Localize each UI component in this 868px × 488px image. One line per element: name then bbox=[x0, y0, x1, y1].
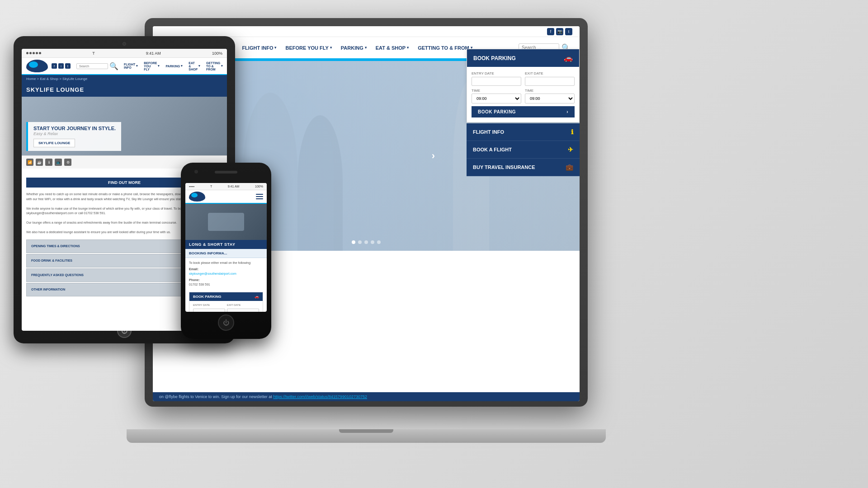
signal-dot-4 bbox=[36, 52, 38, 54]
phone-number-display: 01702 538 591 bbox=[189, 282, 263, 287]
phone-body: ⏻ ••••• T 9:41 AM 100% bbox=[181, 163, 271, 339]
tablet-italic-text: Easy & Relax bbox=[33, 131, 116, 136]
hero-dot-3[interactable] bbox=[364, 240, 368, 244]
tablet-search-icon[interactable]: 🔍 bbox=[109, 62, 118, 70]
hero-dot-1[interactable] bbox=[352, 240, 355, 244]
tablet-nav-before-fly[interactable]: BEFORE YOU FLY ▾ bbox=[142, 60, 161, 72]
quick-link-travel-insurance[interactable]: BUY TRAVEL INSURANCE 💼 bbox=[467, 159, 580, 176]
phone-exit-date-group: EXIT DATE bbox=[227, 304, 259, 312]
phone-power-button[interactable]: ⏻ bbox=[218, 314, 234, 331]
hero-dot-4[interactable] bbox=[371, 240, 374, 244]
phone-entry-date-label: ENTRY DATE bbox=[193, 304, 225, 306]
entry-date-label: ENTRY DATE bbox=[472, 71, 521, 75]
phone: ⏻ ••••• T 9:41 AM 100% bbox=[181, 163, 271, 339]
tablet-logo bbox=[26, 60, 48, 72]
quick-link-flight-info[interactable]: FLIGHT INFO ℹ bbox=[467, 123, 580, 141]
person-silhouette-2 bbox=[297, 115, 343, 251]
book-parking-button[interactable]: BOOK PARKING › bbox=[472, 106, 575, 117]
chevron-icon: ▾ bbox=[330, 46, 332, 50]
chevron-icon: ▾ bbox=[158, 64, 160, 68]
exit-time-select[interactable]: 09:00 10:00 11:00 bbox=[525, 94, 575, 103]
phone-exit-date-label: EXIT DATE bbox=[227, 304, 259, 306]
hamburger-menu-icon[interactable] bbox=[256, 194, 263, 199]
nav-getting-to[interactable]: GETTING TO & FROM ▾ bbox=[415, 43, 475, 52]
nav-parking[interactable]: PARKING ▾ bbox=[338, 43, 369, 52]
scene: f 📷 t FLIGHT INFO ▾ BE bbox=[0, 0, 868, 488]
signal-dot-1 bbox=[26, 52, 28, 54]
phone-section-title: LONG & SHORT STAY bbox=[185, 240, 267, 249]
hero-next-arrow[interactable]: › bbox=[432, 150, 435, 162]
tablet-dot-2[interactable] bbox=[123, 170, 126, 174]
tablet-search: 🔍 bbox=[76, 62, 118, 70]
phone-booking-info-header: BOOKING INFORMA... bbox=[185, 249, 267, 258]
exit-date-group: EXIT DATE bbox=[525, 71, 575, 86]
tablet-nav-flight-info[interactable]: FLIGHT INFO ▾ bbox=[122, 60, 140, 72]
tablet-dot-3[interactable] bbox=[128, 170, 132, 174]
tablet-nav-links: FLIGHT INFO ▾ BEFORE YOU FLY ▾ PARKING ▾ bbox=[122, 60, 225, 72]
tablet-nav: f i t 🔍 FLIGHT INFO ▾ BEF bbox=[22, 58, 227, 75]
phone-camera bbox=[194, 170, 198, 174]
tablet-hero-heading: START YOUR JOURNEY IN STYLE. bbox=[33, 126, 116, 131]
twitter-link[interactable]: https://twitter.com/i/web/status/8415799… bbox=[273, 394, 367, 399]
nav-before-you-fly[interactable]: BEFORE YOU FLY ▾ bbox=[283, 43, 334, 52]
exit-date-input[interactable] bbox=[525, 77, 575, 86]
twitter-icon[interactable]: t bbox=[565, 28, 572, 35]
signal-dot-3 bbox=[33, 52, 35, 54]
phone-status-bar: ••••• T 9:41 AM 100% bbox=[185, 183, 267, 190]
twitter-bar: on @flybe flights to Venice to win. Sign… bbox=[153, 392, 580, 401]
phone-park-title: BOOK PARKING bbox=[193, 295, 222, 299]
hamburger-line-2 bbox=[256, 196, 263, 197]
tablet-battery: 100% bbox=[212, 51, 222, 56]
tablet-search-input[interactable] bbox=[76, 63, 108, 69]
wifi-icon: 📶 bbox=[26, 159, 33, 166]
nav-flight-info[interactable]: FLIGHT INFO ▾ bbox=[239, 43, 279, 52]
phone-nav bbox=[185, 190, 267, 204]
exit-time-label: TIME bbox=[525, 89, 575, 93]
tablet-facebook-icon[interactable]: f bbox=[52, 63, 57, 69]
tablet-skylife-button[interactable]: SKYLIFE LOUNGE bbox=[33, 139, 75, 147]
phone-screen: ••••• T 9:41 AM 100% bbox=[185, 183, 267, 312]
chevron-icon: ▾ bbox=[198, 64, 200, 68]
info-icon: ℹ bbox=[571, 128, 573, 136]
tablet-hero-caption: START YOUR JOURNEY IN STYLE. Easy & Rela… bbox=[26, 122, 121, 151]
entry-time-group: TIME 09:00 10:00 11:00 bbox=[472, 89, 521, 103]
tablet-dot-1[interactable] bbox=[117, 170, 120, 174]
entry-time-select[interactable]: 09:00 10:00 11:00 bbox=[472, 94, 521, 103]
phone-entry-date-input[interactable] bbox=[193, 309, 225, 312]
tablet-signal-dots bbox=[26, 52, 41, 54]
chevron-icon: ▾ bbox=[221, 64, 223, 68]
entry-date-input[interactable] bbox=[472, 77, 521, 86]
book-parking-title: BOOK PARKING bbox=[473, 55, 516, 61]
time-row: TIME 09:00 10:00 11:00 TIME bbox=[472, 89, 575, 103]
entry-date-group: ENTRY DATE bbox=[472, 71, 521, 86]
instagram-icon[interactable]: 📷 bbox=[556, 28, 563, 35]
nav-eat-shop[interactable]: EAT & SHOP ▾ bbox=[373, 43, 411, 52]
hero-dot-5[interactable] bbox=[377, 240, 381, 244]
phone-hero-image bbox=[185, 204, 267, 240]
quick-links: FLIGHT INFO ℹ BOOK A FLIGHT ✈ BUY TRAVEL… bbox=[467, 123, 580, 176]
chevron-icon: ▾ bbox=[274, 46, 276, 50]
facebook-icon[interactable]: f bbox=[547, 28, 554, 35]
chevron-icon: ▾ bbox=[181, 64, 183, 68]
phone-email: skylounger@southendairport.com bbox=[189, 272, 263, 277]
phone-park-header: BOOK PARKING 🚗 bbox=[189, 292, 263, 301]
briefcase-icon: 💼 bbox=[566, 164, 573, 171]
chevron-icon: ▾ bbox=[136, 64, 138, 68]
phone-signal: ••••• bbox=[189, 185, 194, 188]
hero-dot-2[interactable] bbox=[358, 240, 362, 244]
email-label: Email: bbox=[189, 267, 198, 271]
tablet-instagram-icon[interactable]: i bbox=[58, 63, 64, 69]
tablet-nav-getting-to[interactable]: GETTING TO & FROM ▾ bbox=[204, 60, 225, 72]
tablet-twitter-icon[interactable]: t bbox=[65, 63, 71, 69]
phone-exit-date-input[interactable] bbox=[227, 309, 259, 312]
phone-label: Phone: bbox=[189, 278, 200, 282]
phone-booking-info-body: To book please either email on the follo… bbox=[185, 258, 267, 290]
signal-dot-5 bbox=[39, 52, 41, 54]
phone-entry-date-group: ENTRY DATE bbox=[193, 304, 225, 312]
hamburger-line-3 bbox=[256, 198, 263, 199]
tablet-camera bbox=[123, 42, 126, 46]
tablet-nav-parking[interactable]: PARKING ▾ bbox=[164, 60, 184, 72]
tablet-nav-eat-shop[interactable]: EAT & SHOP ▾ bbox=[187, 60, 202, 72]
quick-link-book-flight[interactable]: BOOK A FLIGHT ✈ bbox=[467, 141, 580, 159]
book-parking-body: ENTRY DATE EXIT DATE bbox=[467, 67, 579, 122]
